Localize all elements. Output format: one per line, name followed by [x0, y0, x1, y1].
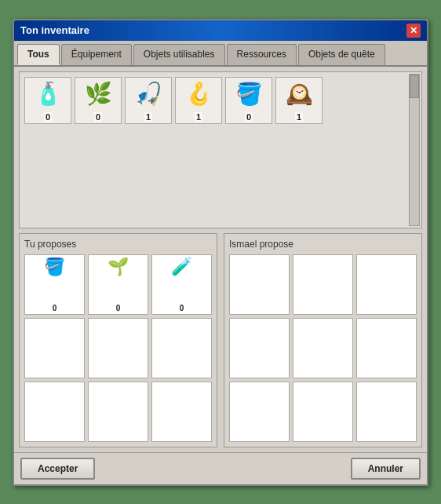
- window-title: Ton inventaire: [20, 24, 89, 36]
- accept-button[interactable]: Accepter: [20, 458, 95, 480]
- scrollbar-thumb[interactable]: [410, 75, 419, 98]
- item-count-compass: 1: [295, 112, 303, 122]
- tab-ressources[interactable]: Ressources: [227, 44, 297, 65]
- inventory-item-bucket[interactable]: 🪣 0: [225, 77, 272, 124]
- tab-equipement[interactable]: Équipement: [61, 44, 132, 65]
- item-count-seed: 0: [94, 112, 102, 122]
- left-panel-title: Tu proposes: [24, 239, 212, 250]
- left-trade-slot-7[interactable]: [88, 382, 148, 442]
- trade-icon-left-0: 🪣: [44, 257, 65, 277]
- trade-count-left-0: 0: [51, 304, 59, 312]
- item-count-potion: 0: [44, 112, 52, 122]
- trade-icon-left-2: 🧪: [171, 257, 192, 277]
- close-button[interactable]: ✕: [406, 24, 421, 38]
- inventory-item-rod[interactable]: 🪝 1: [175, 77, 222, 124]
- left-trade-slot-2[interactable]: 🧪 0: [151, 254, 212, 315]
- item-icon-fishing-tackle: 🎣: [135, 81, 162, 107]
- right-trade-slot-6[interactable]: [229, 382, 290, 442]
- item-count-rod: 1: [195, 112, 202, 122]
- right-trade-slot-3[interactable]: [229, 318, 290, 378]
- left-trade-slot-8[interactable]: [151, 382, 212, 442]
- left-trade-slot-3[interactable]: [24, 318, 85, 378]
- inventory-item-compass[interactable]: 🕰️ 1: [275, 77, 323, 124]
- tab-bar: Tous Équipement Objets utilisables Resso…: [14, 41, 427, 67]
- item-icon-seed: 🌿: [85, 81, 112, 107]
- item-icon-rod: 🪝: [185, 81, 213, 107]
- right-trade-slot-1[interactable]: [293, 254, 353, 315]
- item-icon-compass: 🕰️: [286, 81, 313, 107]
- left-trade-slot-1[interactable]: 🌱 0: [88, 254, 148, 315]
- tab-tous[interactable]: Tous: [17, 44, 60, 65]
- inventory-grid: 🧴 0 🌿 0 🎣 1 🪝 1 🪣 0 🕰️ 1: [19, 71, 422, 228]
- item-count-bucket: 0: [245, 112, 253, 122]
- right-trade-panel: Ismael propose: [224, 233, 422, 447]
- right-trade-slot-0[interactable]: [229, 254, 290, 315]
- item-icon-potion: 🧴: [35, 81, 62, 107]
- title-bar: Ton inventaire ✕: [14, 20, 427, 41]
- right-trade-slot-5[interactable]: [356, 318, 417, 378]
- inventory-item-potion[interactable]: 🧴 0: [24, 77, 71, 124]
- right-trade-slot-2[interactable]: [356, 254, 417, 315]
- item-icon-bucket: 🪣: [235, 81, 263, 107]
- left-trade-slot-6[interactable]: [24, 382, 85, 442]
- left-trade-panel: Tu proposes 🪣 0 🌱 0 🧪 0: [19, 233, 217, 447]
- right-trade-slot-4[interactable]: [293, 318, 353, 378]
- tab-utilisables[interactable]: Objets utilisables: [133, 44, 225, 65]
- inventory-item-seed[interactable]: 🌿 0: [75, 77, 122, 124]
- inventory-item-fishing-tackle[interactable]: 🎣 1: [125, 77, 172, 124]
- left-trade-slot-5[interactable]: [151, 318, 212, 378]
- trade-icon-left-1: 🌱: [108, 257, 129, 277]
- item-count-fishing-tackle: 1: [144, 112, 152, 122]
- left-trade-slot-4[interactable]: [88, 318, 148, 378]
- scrollbar[interactable]: [409, 74, 420, 226]
- right-trade-slot-8[interactable]: [356, 382, 417, 442]
- right-panel-title: Ismael propose: [229, 239, 417, 250]
- right-trade-slot-7[interactable]: [293, 382, 353, 442]
- trade-count-left-1: 0: [115, 304, 122, 312]
- left-trade-grid: 🪣 0 🌱 0 🧪 0: [24, 254, 212, 442]
- inventory-window: Ton inventaire ✕ Tous Équipement Objets …: [13, 19, 428, 486]
- left-trade-slot-0[interactable]: 🪣 0: [24, 254, 85, 315]
- tab-quete[interactable]: Objets de quête: [298, 44, 385, 65]
- bottom-bar: Accepter Annuler: [14, 452, 427, 484]
- right-trade-grid: [229, 254, 417, 442]
- trade-section: Tu proposes 🪣 0 🌱 0 🧪 0 Ismael propose: [19, 233, 422, 447]
- cancel-button[interactable]: Annuler: [351, 458, 421, 480]
- trade-count-left-2: 0: [178, 304, 186, 312]
